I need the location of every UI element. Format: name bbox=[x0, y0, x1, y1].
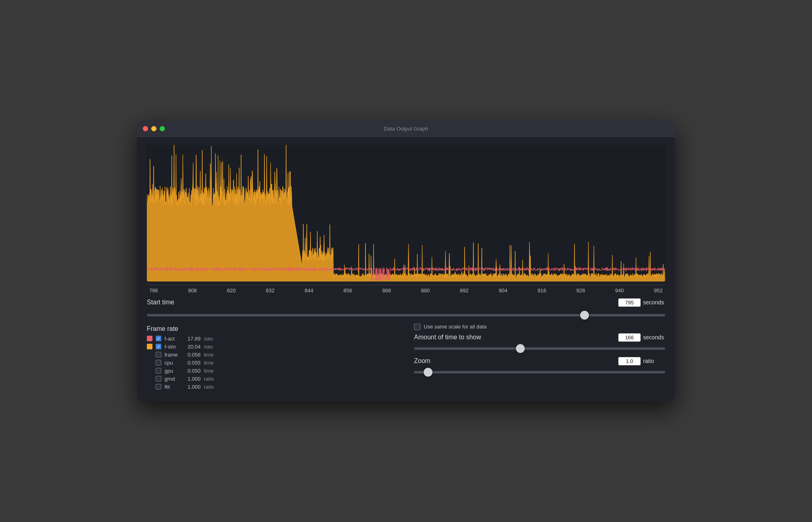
amount-time-slider[interactable] bbox=[414, 347, 665, 350]
zoom-unit: ratio bbox=[643, 358, 665, 364]
data-row-gpu: gpu 0.050 time bbox=[147, 368, 398, 374]
left-controls: Frame rate f-act 17.89 /sec f-sim bbox=[147, 324, 398, 392]
controls-row: Frame rate f-act 17.89 /sec f-sim bbox=[147, 324, 665, 392]
gpu-label: gpu bbox=[164, 368, 180, 374]
cpu-value: 0.055 bbox=[183, 360, 201, 366]
grnd-color-swatch bbox=[147, 376, 152, 381]
flit-unit: ratio bbox=[204, 384, 217, 390]
zoom-row: Zoom ratio bbox=[414, 357, 665, 365]
fsim-unit: /sec bbox=[204, 344, 217, 350]
amount-time-input[interactable] bbox=[618, 333, 641, 342]
amount-time-unit: seconds bbox=[643, 334, 665, 341]
fact-color-swatch bbox=[147, 336, 152, 341]
x-axis-label-12: 940 bbox=[613, 288, 625, 294]
maximize-button[interactable] bbox=[160, 126, 165, 131]
frame-unit: time bbox=[204, 352, 217, 358]
amount-time-slider-row bbox=[414, 344, 665, 351]
gpu-checkbox[interactable] bbox=[156, 368, 161, 373]
data-row-grnd: grnd 1.000 ratio bbox=[147, 376, 398, 382]
data-row-cpu: cpu 0.055 time bbox=[147, 360, 398, 366]
gpu-unit: time bbox=[204, 368, 217, 374]
same-scale-label: Use same scale for all data bbox=[424, 324, 487, 330]
minimize-button[interactable] bbox=[151, 126, 156, 131]
frame-value: 0.056 bbox=[183, 352, 201, 358]
same-scale-checkbox[interactable] bbox=[414, 324, 420, 330]
data-row-fsim: f-sim 20.04 /sec bbox=[147, 344, 398, 350]
frame-rate-section: Frame rate f-act 17.89 /sec f-sim bbox=[147, 325, 398, 390]
fact-value: 17.89 bbox=[183, 336, 201, 342]
amount-time-label: Amount of time to show bbox=[414, 334, 616, 341]
fsim-value: 20.04 bbox=[183, 344, 201, 350]
flit-label: flit bbox=[164, 384, 180, 390]
x-axis-label-6: 868 bbox=[381, 288, 393, 294]
chart-canvas bbox=[147, 145, 665, 281]
start-time-unit: seconds bbox=[643, 299, 665, 306]
zoom-label: Zoom bbox=[414, 357, 616, 365]
start-time-input[interactable] bbox=[618, 298, 641, 307]
fact-checkbox[interactable] bbox=[156, 336, 161, 341]
start-time-row: Start time seconds bbox=[147, 298, 665, 307]
main-window: Data Output Graph 796 808 820 832 844 85… bbox=[137, 121, 675, 402]
fsim-color-swatch bbox=[147, 344, 152, 349]
grnd-label: grnd bbox=[164, 376, 180, 382]
gpu-color-swatch bbox=[147, 368, 152, 373]
x-axis-label-9: 904 bbox=[497, 288, 509, 294]
x-axis-label-0: 796 bbox=[148, 288, 160, 294]
flit-color-swatch bbox=[147, 384, 152, 389]
gpu-value: 0.050 bbox=[183, 368, 201, 374]
start-time-slider[interactable] bbox=[147, 314, 665, 316]
cpu-checkbox[interactable] bbox=[156, 360, 161, 365]
x-axis-label-7: 880 bbox=[419, 288, 431, 294]
cpu-label: cpu bbox=[164, 360, 180, 366]
fsim-label: f-sim bbox=[164, 344, 180, 350]
zoom-input[interactable] bbox=[618, 357, 641, 365]
frame-checkbox[interactable] bbox=[156, 352, 161, 357]
start-time-label: Start time bbox=[147, 299, 616, 306]
grnd-unit: ratio bbox=[204, 376, 217, 382]
x-axis-label-8: 892 bbox=[458, 288, 470, 294]
data-row-fact: f-act 17.89 /sec bbox=[147, 336, 398, 342]
data-row-flit: flit 1.000 ratio bbox=[147, 384, 398, 390]
fact-label: f-act bbox=[164, 336, 180, 342]
main-content: 796 808 820 832 844 856 868 880 892 904 … bbox=[137, 137, 675, 402]
x-axis-label-13: 952 bbox=[652, 288, 664, 294]
x-axis: 796 808 820 832 844 856 868 880 892 904 … bbox=[148, 285, 664, 298]
x-axis-label-2: 820 bbox=[225, 288, 238, 294]
x-axis-label-5: 856 bbox=[342, 288, 354, 294]
same-scale-row: Use same scale for all data bbox=[414, 324, 665, 330]
frame-rate-title: Frame rate bbox=[147, 325, 398, 332]
x-axis-label-4: 844 bbox=[303, 288, 315, 294]
fact-unit: /sec bbox=[204, 336, 217, 342]
flit-value: 1.000 bbox=[183, 384, 201, 390]
x-axis-label-3: 832 bbox=[264, 288, 276, 294]
grnd-value: 1.000 bbox=[183, 376, 201, 382]
zoom-slider[interactable] bbox=[414, 371, 665, 373]
x-axis-label-10: 916 bbox=[536, 288, 548, 294]
fsim-checkbox[interactable] bbox=[156, 344, 161, 349]
x-axis-label-1: 808 bbox=[187, 288, 199, 294]
traffic-lights bbox=[143, 126, 165, 131]
frame-color-swatch bbox=[147, 352, 152, 357]
start-time-slider-row bbox=[147, 311, 665, 318]
zoom-slider-row bbox=[414, 368, 665, 375]
cpu-color-swatch bbox=[147, 360, 152, 365]
x-axis-label-11: 928 bbox=[574, 288, 587, 294]
right-controls: Use same scale for all data Amount of ti… bbox=[398, 324, 665, 381]
window-title: Data Output Graph bbox=[384, 126, 428, 132]
amount-time-row: Amount of time to show seconds bbox=[414, 333, 665, 342]
close-button[interactable] bbox=[143, 126, 148, 131]
cpu-unit: time bbox=[204, 360, 217, 366]
titlebar: Data Output Graph bbox=[137, 121, 675, 137]
chart-area bbox=[147, 145, 665, 281]
data-row-frame: frame 0.056 time bbox=[147, 352, 398, 358]
grnd-checkbox[interactable] bbox=[156, 376, 161, 381]
frame-label: frame bbox=[164, 352, 180, 358]
flit-checkbox[interactable] bbox=[156, 384, 161, 389]
